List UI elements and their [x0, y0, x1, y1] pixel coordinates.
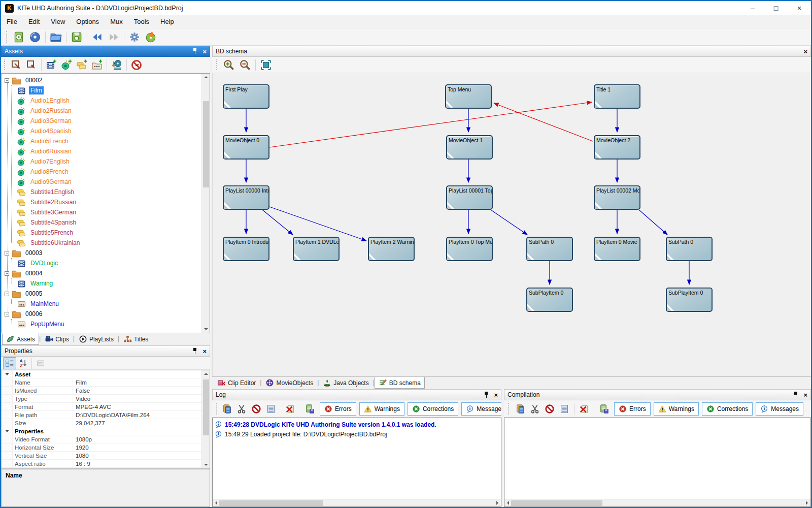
tree-item-Audio1English[interactable]: Audio1English: [17, 96, 201, 106]
scroll-left-icon[interactable]: [215, 501, 217, 505]
pin-icon[interactable]: [484, 392, 489, 398]
scroll-thumb[interactable]: [203, 101, 209, 187]
scroll-thumb[interactable]: [203, 379, 209, 435]
demux-button[interactable]: [109, 58, 124, 72]
properties-scrollbar[interactable]: [201, 370, 210, 468]
property-pages-button[interactable]: [34, 357, 47, 369]
zoom-out-button[interactable]: [237, 58, 253, 72]
schema-node-movieobject-1[interactable]: MovieObject 1: [446, 135, 493, 160]
menu-item-tools[interactable]: Tools: [128, 16, 155, 27]
tree-folder-00002[interactable]: −00002: [4, 75, 201, 85]
details-button[interactable]: [264, 403, 278, 415]
tree-item-Subtitle1English[interactable]: Subtitle1English: [17, 187, 201, 197]
pin-icon[interactable]: [793, 392, 798, 398]
filter-errors-button[interactable]: Errors: [614, 402, 651, 416]
cut-button[interactable]: [234, 403, 249, 415]
filter-corrections-button[interactable]: Corrections: [408, 402, 458, 416]
open-folder-button[interactable]: [48, 30, 64, 44]
delete-all-button[interactable]: [283, 403, 297, 415]
tree-item-Warning[interactable]: Warning: [17, 278, 201, 289]
scroll-down-icon[interactable]: [204, 464, 208, 466]
property-row[interactable]: Aspect ratio16 : 9: [2, 460, 201, 468]
add-clip-button[interactable]: [89, 58, 105, 72]
filter-warnings-button[interactable]: Warnings: [654, 402, 699, 416]
menu-item-help[interactable]: Help: [155, 16, 180, 27]
tab-java-objects[interactable]: Java Objects: [319, 377, 373, 389]
property-row[interactable]: Vertical Size1080: [2, 452, 201, 460]
schema-node-subplayitem-0-b[interactable]: SubPlayItem 0: [666, 288, 713, 312]
property-group-asset[interactable]: Asset: [2, 370, 201, 378]
log-entry[interactable]: 15:49:28 DVDLogic KITe UHD Authoring Sui…: [215, 420, 499, 429]
property-row[interactable]: TypeVideo: [2, 395, 201, 403]
menu-item-options[interactable]: Options: [71, 16, 105, 27]
tab-titles[interactable]: Titles: [119, 333, 152, 345]
scroll-up-icon[interactable]: [204, 373, 208, 375]
add-video-button[interactable]: [44, 58, 59, 72]
pin-icon[interactable]: [192, 348, 197, 354]
tree-item-Subtitle4Spanish[interactable]: Subtitle4Spanish: [17, 217, 201, 228]
schema-node-subpath-0-b[interactable]: SubPath 0: [666, 237, 713, 261]
filter-errors-button[interactable]: Errors: [320, 402, 356, 416]
block-button[interactable]: [543, 403, 557, 415]
property-row[interactable]: FormatMPEG-4 AVC: [2, 403, 201, 411]
scroll-down-icon[interactable]: [204, 328, 208, 330]
menu-item-edit[interactable]: Edit: [23, 16, 45, 27]
tree-item-Subtitle2Russian[interactable]: Subtitle2Russian: [17, 197, 201, 207]
close-button[interactable]: ×: [788, 1, 811, 15]
schema-node-movieobject-0[interactable]: MovieObject 0: [223, 135, 269, 160]
filter-corrections-button[interactable]: Corrections: [702, 402, 753, 416]
scroll-right-icon[interactable]: [806, 501, 808, 505]
property-row[interactable]: Size29,042,377: [2, 419, 201, 427]
menu-item-mux[interactable]: Mux: [105, 16, 128, 27]
tree-folder-00003[interactable]: −00003: [4, 248, 201, 258]
tree-item-Subtitle6Ukrainian[interactable]: Subtitle6Ukrainian: [17, 238, 201, 248]
property-row[interactable]: NameFilm: [2, 378, 201, 387]
scroll-up-icon[interactable]: [204, 76, 208, 78]
schema-node-subpath-0-a[interactable]: SubPath 0: [526, 237, 573, 261]
filter-messages-button[interactable]: Messages: [756, 402, 803, 416]
schema-node-first-play[interactable]: First Play: [223, 84, 269, 109]
delete-all-button[interactable]: [577, 403, 591, 415]
schema-node-playlist-00002[interactable]: PlayList 00002 Movie: [594, 185, 640, 210]
group-chevron[interactable]: [2, 370, 13, 378]
collapse-icon[interactable]: −: [5, 271, 9, 276]
cut-button[interactable]: [528, 403, 542, 415]
details-button[interactable]: [557, 403, 571, 415]
pin-icon[interactable]: [192, 48, 197, 54]
add-audio-button[interactable]: [59, 58, 74, 72]
schema-node-movieobject-2[interactable]: MovieObject 2: [594, 135, 640, 160]
maximize-button[interactable]: □: [764, 1, 788, 15]
tree-item-Audio6Russian[interactable]: Audio6Russian: [17, 146, 201, 156]
property-row[interactable]: File pathD:\DVDLogic\DATA\Film.264: [2, 411, 201, 419]
tab-movieobjects[interactable]: MovieObjects: [261, 377, 317, 389]
property-group-properties[interactable]: Properties: [2, 427, 201, 435]
scroll-left-icon[interactable]: [507, 501, 509, 505]
schema-node-playlist-00000[interactable]: PlayList 00000 Introduc: [223, 185, 269, 210]
schema-node-playitem-0-introduction[interactable]: PlayItem 0 Introduction: [223, 237, 269, 261]
tree-item-Subtitle5French[interactable]: Subtitle5French: [17, 228, 201, 238]
log-entry[interactable]: 15:49:29 Loaded project file: D:\DVDLogi…: [215, 429, 499, 439]
fit-screen-button[interactable]: [258, 58, 274, 72]
schema-node-playitem-2-warning[interactable]: PlayItem 2 Warning: [368, 237, 415, 261]
tree-folder-00005[interactable]: −00005: [4, 289, 201, 299]
menu-item-view[interactable]: View: [45, 16, 71, 27]
schema-node-playlist-00001[interactable]: PlayList 00001 Top Me: [446, 185, 493, 210]
tab-bd-schema[interactable]: BD schema: [375, 377, 425, 389]
tree-item-Subtitle3German[interactable]: Subtitle3German: [17, 207, 201, 217]
tab-clip-editor[interactable]: Clip Editor: [213, 377, 260, 389]
property-row[interactable]: Horizontal Size1920: [2, 443, 201, 452]
tab-assets[interactable]: Assets: [2, 333, 39, 345]
remove-asset-button[interactable]: [129, 58, 144, 72]
import-file-button[interactable]: [9, 58, 24, 72]
export-button[interactable]: [302, 403, 317, 415]
copy-button[interactable]: [220, 403, 234, 415]
tab-playlists[interactable]: PlayLists: [75, 333, 118, 345]
scroll-thumb[interactable]: [219, 500, 323, 506]
tree-item-Audio4Spanish[interactable]: Audio4Spanish: [17, 126, 201, 136]
tree-item-Audio5French[interactable]: Audio5French: [17, 136, 201, 146]
categorized-button[interactable]: [3, 357, 16, 369]
undo-button[interactable]: [89, 30, 106, 44]
tree-item-Audio2Russian[interactable]: Audio2Russian: [17, 106, 201, 116]
copy-button[interactable]: [513, 403, 527, 415]
tree-item-Audio3German[interactable]: Audio3German: [17, 116, 201, 126]
